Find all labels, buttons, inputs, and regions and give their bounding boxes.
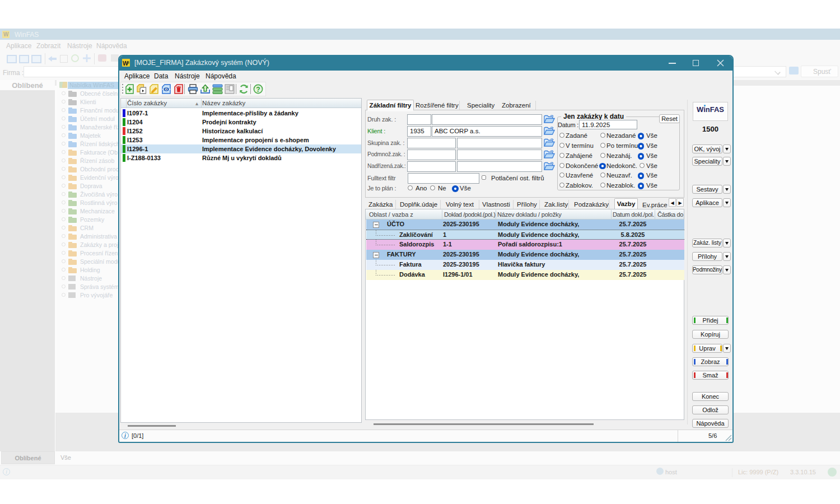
- svg-text:?: ?: [256, 86, 260, 94]
